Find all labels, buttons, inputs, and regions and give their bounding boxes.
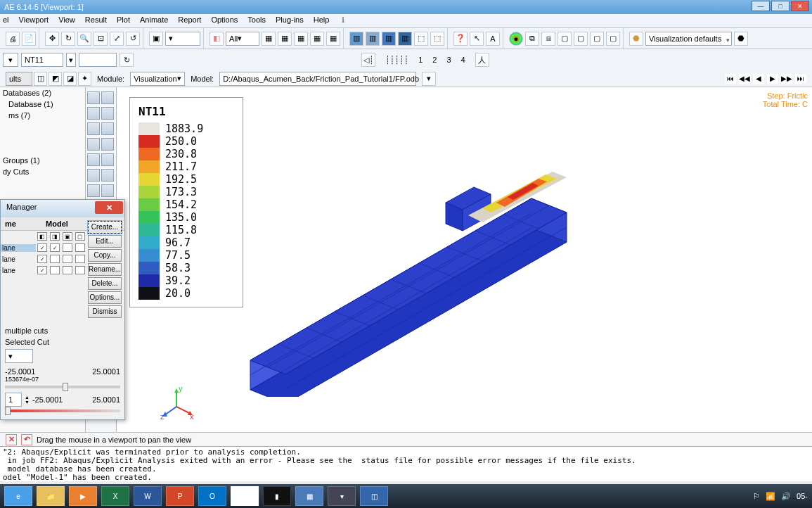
dg-either-button[interactable]: ▦ — [326, 32, 340, 46]
vp4-button[interactable]: ▢ — [606, 32, 620, 46]
menu-model[interactable]: el — [3, 15, 9, 26]
render-wire-button[interactable]: ▥ — [349, 32, 363, 46]
linked-vp-button[interactable]: ⧉ — [525, 32, 539, 46]
col-toggle2-icon[interactable]: ◨ — [50, 232, 60, 241]
cancel-icon[interactable]: ✕ — [6, 434, 17, 445]
cut-checkbox[interactable]: ✓ — [37, 255, 47, 263]
plot-undeformed-button[interactable] — [87, 91, 100, 104]
annotate-button[interactable]: A — [486, 32, 500, 46]
cut-checkbox[interactable] — [75, 243, 85, 252]
xy-plot-button[interactable] — [87, 184, 100, 197]
cmd-taskbar-icon[interactable]: ▮ — [263, 486, 291, 506]
create-button[interactable]: Create... — [88, 221, 122, 234]
vizdef-icon[interactable]: ⬣ — [629, 32, 643, 46]
cut-checkbox[interactable] — [50, 266, 60, 274]
select-button[interactable]: ↖ — [470, 32, 484, 46]
minimize-button[interactable]: — — [752, 1, 770, 11]
step-back-button[interactable]: ◀ — [753, 74, 764, 84]
cut-checkbox[interactable]: ✓ — [37, 243, 47, 252]
cut-checkbox[interactable] — [63, 255, 72, 263]
results-tab[interactable]: ults — [6, 72, 32, 86]
close-button[interactable]: ✕ — [791, 1, 809, 11]
maximize-button[interactable]: □ — [771, 1, 790, 11]
plot-ply-button[interactable] — [101, 122, 114, 135]
render-shaded-button[interactable]: ▥ — [382, 32, 396, 46]
cut-checkbox[interactable] — [63, 266, 72, 274]
tree-cuts[interactable]: dy Cuts — [0, 166, 85, 177]
rename-button[interactable]: Rename... — [88, 263, 122, 276]
parallel-button[interactable]: ⬚ — [430, 32, 444, 46]
pan-button[interactable]: ✥ — [45, 32, 59, 46]
dismiss-button[interactable]: Dismiss — [88, 305, 122, 318]
tree-databases[interactable]: Databases (2) — [0, 87, 85, 99]
next-frame-button[interactable]: ▶▶ — [781, 74, 792, 84]
common-opts-button[interactable] — [87, 138, 100, 151]
cut-name[interactable]: lane — [1, 255, 36, 263]
menu-tools[interactable]: Tools — [247, 15, 266, 26]
model-path-select[interactable]: D:/Abaqus_Acumen_Back/Friction_Pad_Tutor… — [219, 72, 416, 86]
plot-material-button[interactable] — [87, 122, 100, 135]
dg-replace-button[interactable]: ▦ — [262, 32, 276, 46]
frame-1[interactable]: 1 — [418, 56, 423, 64]
first-frame-button[interactable]: ⏮ — [725, 74, 736, 84]
cut-checkbox[interactable] — [75, 255, 85, 263]
field-output-select[interactable]: NT11 — [21, 53, 63, 67]
vp2-button[interactable]: ▢ — [574, 32, 588, 46]
tree-database[interactable]: Database (1) — [0, 99, 85, 110]
delete-button[interactable]: Delete... — [88, 277, 122, 290]
visualization-defaults-select[interactable]: Visualization defaults — [645, 32, 732, 46]
col-toggle4-icon[interactable]: ▢ — [75, 232, 85, 241]
perspective-button[interactable]: ⬚ — [414, 32, 428, 46]
step-input[interactable]: 1 — [5, 393, 22, 407]
cut-checkbox[interactable] — [75, 266, 85, 274]
prev-frame-button[interactable]: ◀◀ — [739, 74, 750, 84]
frame-2[interactable]: 2 — [432, 56, 437, 64]
menu-animate[interactable]: Animate — [140, 15, 168, 26]
cut-axis-select[interactable]: ▾ — [5, 349, 33, 363]
edit-button[interactable]: Edit... — [88, 235, 122, 248]
ruler-right-icon[interactable]: 人 — [475, 53, 489, 67]
col-toggle1-icon[interactable]: ◧ — [37, 232, 47, 241]
rotate-button[interactable]: ↻ — [61, 32, 75, 46]
app2-taskbar-icon[interactable]: ▾ — [328, 486, 356, 506]
render-hidden-button[interactable]: ▥ — [366, 32, 380, 46]
options-button[interactable]: Options... — [88, 291, 122, 304]
position-slider[interactable] — [5, 386, 120, 388]
viewport[interactable]: Step: Frictic Total Time: C NT11 1883.92… — [117, 87, 812, 432]
zoom-box-button[interactable]: ⊡ — [94, 32, 108, 46]
vp1-button[interactable]: ▢ — [558, 32, 572, 46]
superimpose-button[interactable] — [101, 138, 114, 151]
vizdef-apply-button[interactable]: ⬣ — [734, 32, 748, 46]
explorer-taskbar-icon[interactable]: 📁 — [37, 486, 65, 506]
media-taskbar-icon[interactable]: ▶ — [69, 486, 97, 506]
fit-button[interactable]: ⤢ — [110, 32, 124, 46]
unlinked-vp-button[interactable]: ⧇ — [541, 32, 555, 46]
outlook-taskbar-icon[interactable]: O — [198, 486, 226, 506]
menu-plugins[interactable]: Plug-ins — [276, 15, 304, 26]
color-button[interactable]: ● — [509, 32, 523, 46]
copy-button[interactable]: Copy... — [88, 249, 122, 262]
tree-btn2[interactable]: ◩ — [49, 72, 62, 86]
frame-4[interactable]: 4 — [461, 56, 465, 64]
abaqus-taskbar-icon[interactable]: ▦ — [295, 486, 323, 506]
tree-ms[interactable]: ms (7) — [0, 110, 85, 121]
menu-view[interactable]: View — [58, 15, 75, 26]
cut-checkbox[interactable]: ✓ — [50, 243, 60, 252]
menu-plot[interactable]: Plot — [117, 15, 130, 26]
refresh-button[interactable]: ↻ — [120, 53, 134, 67]
tree-btn1[interactable]: ◫ — [34, 72, 47, 86]
tray-flag-icon[interactable]: ⚐ — [753, 492, 760, 501]
cut-name[interactable]: lane — [1, 267, 36, 274]
view-dropdown[interactable]: ▾ — [165, 32, 200, 46]
menu-result[interactable]: Result — [85, 15, 107, 26]
tray-volume-icon[interactable]: 🔊 — [781, 492, 791, 501]
render-fill-button[interactable]: ▥ — [398, 32, 412, 46]
step-fwd-button[interactable]: ▶ — [767, 74, 778, 84]
vp3-button[interactable]: ▢ — [590, 32, 604, 46]
tree-btn4[interactable]: ✦ — [78, 72, 91, 86]
zoom-button[interactable]: 🔍 — [77, 32, 91, 46]
view-front-button[interactable]: ▣ — [149, 32, 163, 46]
menu-options[interactable]: Options — [211, 15, 238, 26]
animate-scale-button[interactable] — [87, 153, 100, 166]
cut-checkbox[interactable] — [50, 255, 60, 263]
